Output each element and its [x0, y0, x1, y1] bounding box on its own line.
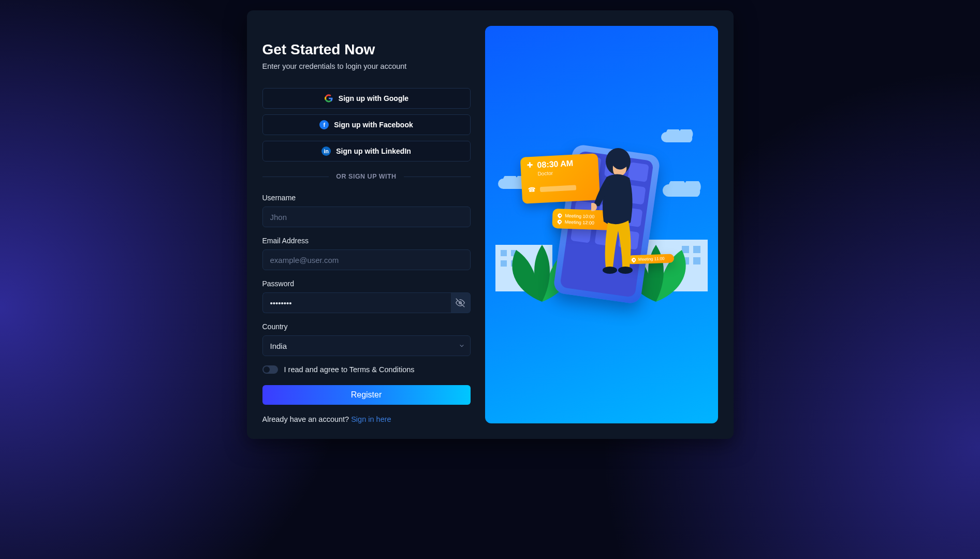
password-label: Password [262, 280, 471, 288]
google-icon [324, 94, 333, 103]
page-subtitle: Enter your credentials to login your acc… [262, 62, 471, 70]
signup-facebook-label: Sign up with Facebook [334, 121, 413, 129]
appointment-role: Doctor [537, 169, 574, 177]
form-panel: Get Started Now Enter your credentials t… [262, 26, 471, 423]
email-input[interactable] [262, 249, 471, 270]
svg-point-5 [618, 267, 633, 274]
linkedin-icon: in [321, 146, 331, 156]
username-label: Username [262, 194, 471, 202]
signin-link[interactable]: Sign in here [351, 415, 391, 423]
facebook-icon: f [319, 120, 329, 129]
meeting-2: Meeting 12:00 [564, 219, 594, 226]
terms-text: I read and agree to Terms & Conditions [284, 365, 415, 374]
signup-google-button[interactable]: Sign up with Google [262, 88, 471, 109]
terms-toggle[interactable] [262, 365, 278, 374]
divider-text: OR SIGN UP WITH [336, 173, 396, 180]
signup-card: Get Started Now Enter your credentials t… [247, 10, 734, 439]
signup-linkedin-button[interactable]: in Sign up with LinkedIn [262, 141, 471, 161]
password-input[interactable] [262, 292, 451, 313]
country-select[interactable]: India [262, 335, 471, 356]
person-graphic [591, 146, 648, 301]
appointment-time: 08:30 AM [537, 159, 574, 170]
appointment-card: ✚ 08:30 AM Doctor ☎ [520, 153, 600, 204]
meeting-1: Meeting 10:00 [565, 213, 594, 219]
username-input[interactable] [262, 207, 471, 227]
signup-facebook-button[interactable]: f Sign up with Facebook [262, 114, 471, 135]
signup-google-label: Sign up with Google [339, 94, 408, 102]
email-label: Email Address [262, 237, 471, 245]
illustration-panel: ✚ 08:30 AM Doctor ☎ Meeting 10:00 Meetin… [485, 26, 718, 423]
svg-point-4 [603, 267, 617, 274]
register-button[interactable]: Register [262, 385, 471, 405]
divider: OR SIGN UP WITH [262, 173, 471, 180]
signin-row: Already have an account? Sign in here [262, 415, 471, 423]
eye-off-icon [456, 298, 465, 307]
page-title: Get Started Now [262, 41, 471, 58]
have-account-text: Already have an account? [262, 415, 352, 423]
country-label: Country [262, 322, 471, 331]
signup-linkedin-label: Sign up with LinkedIn [336, 147, 411, 155]
password-visibility-toggle[interactable] [451, 292, 471, 313]
